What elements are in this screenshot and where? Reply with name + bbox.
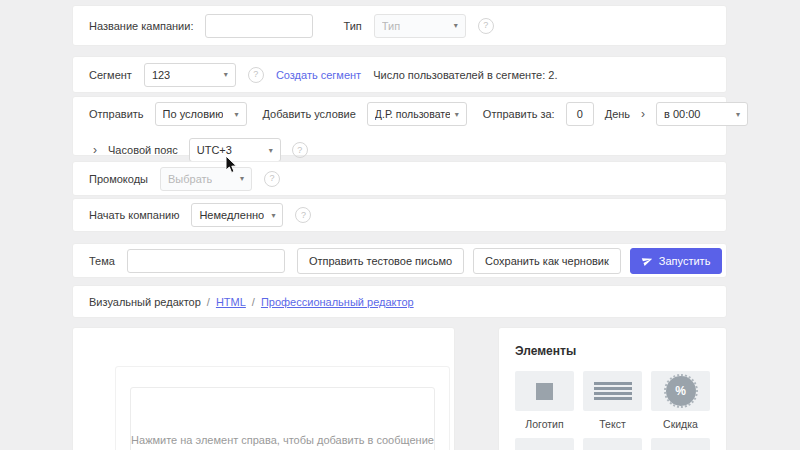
- tab-pro-editor[interactable]: Профессиональный редактор: [261, 296, 414, 308]
- text-tile: [583, 371, 642, 411]
- element-item-hidden[interactable]: [583, 438, 642, 450]
- day-label: День: [605, 108, 630, 120]
- message-body-frame[interactable]: Нажмите на элемент справа, чтобы добавит…: [130, 387, 435, 450]
- promocodes-select[interactable]: Выбрать ▾: [160, 167, 252, 191]
- help-icon[interactable]: ?: [248, 67, 264, 83]
- element-label: Скидка: [663, 418, 698, 430]
- elements-panel: Элементы Логотип Текст % Скидка: [498, 327, 727, 450]
- campaign-type-placeholder: Тип: [382, 20, 400, 32]
- tab-visual-editor[interactable]: Визуальный редактор: [89, 296, 201, 308]
- add-condition-label: Добавить условие: [263, 108, 356, 120]
- send-in-input[interactable]: [566, 102, 594, 126]
- chevron-down-icon: ▾: [271, 211, 275, 220]
- segment-label: Сегмент: [89, 69, 132, 81]
- schedule-row-timezone: › Часовой пояс UTC+3 ▾ ?: [89, 138, 710, 162]
- save-draft-button[interactable]: Сохранить как черновик: [473, 248, 621, 274]
- segment-select[interactable]: 123 ▾: [144, 63, 236, 87]
- schedule-card: Отправить По условию ▾ Добавить условие …: [72, 96, 727, 156]
- help-icon[interactable]: ?: [264, 171, 280, 187]
- chevron-right-icon[interactable]: ›: [641, 108, 645, 120]
- action-buttons: Отправить тестовое письмо Сохранить как …: [297, 248, 722, 274]
- chevron-down-icon: ▾: [224, 70, 228, 79]
- segment-count-text: Число пользователей в сегменте: 2.: [373, 69, 557, 81]
- segment-value: 123: [152, 69, 170, 81]
- chevron-down-icon: ▾: [269, 146, 273, 155]
- campaign-type-label: Тип: [343, 20, 361, 32]
- campaign-name-card: Название кампании: Тип Тип ▾ ?: [72, 5, 727, 46]
- chevron-down-icon: ▾: [240, 174, 244, 183]
- campaign-editor-screen: Название кампании: Тип Тип ▾ ? Сегмент 1…: [0, 0, 800, 450]
- start-campaign-value: Немедленно: [199, 209, 264, 221]
- schedule-row-condition: Отправить По условию ▾ Добавить условие …: [89, 102, 710, 126]
- campaign-type-select[interactable]: Тип ▾: [374, 14, 466, 38]
- help-icon[interactable]: ?: [295, 207, 311, 223]
- elements-panel-title: Элементы: [515, 344, 710, 358]
- element-item-hidden[interactable]: [651, 438, 710, 450]
- element-tile: [515, 438, 574, 450]
- subject-card: Тема Отправить тестовое письмо Сохранить…: [72, 243, 727, 278]
- start-campaign-select[interactable]: Немедленно ▾: [191, 203, 283, 227]
- empty-message-hint: Нажмите на элемент справа, чтобы добавит…: [131, 434, 434, 446]
- launch-button[interactable]: Запустить: [630, 248, 723, 274]
- editor-tabs-card: Визуальный редактор / HTML / Профессиона…: [72, 285, 727, 318]
- send-in-label: Отправить за:: [483, 108, 555, 120]
- send-label: Отправить: [89, 108, 144, 120]
- tab-separator: /: [207, 296, 210, 308]
- tab-separator: /: [252, 296, 255, 308]
- element-item-hidden[interactable]: [515, 438, 574, 450]
- discount-tile: %: [651, 371, 710, 411]
- help-icon[interactable]: ?: [292, 142, 308, 158]
- chevron-down-icon: ▾: [454, 21, 458, 30]
- timezone-select[interactable]: UTC+3 ▾: [189, 138, 281, 162]
- message-outer-frame: Нажмите на элемент справа, чтобы добавит…: [115, 366, 450, 450]
- campaign-name-label: Название кампании:: [89, 20, 193, 32]
- start-campaign-card: Начать компанию Немедленно ▾ ?: [72, 198, 727, 232]
- element-tile: [651, 438, 710, 450]
- elements-grid: Логотип Текст % Скидка: [515, 371, 710, 450]
- condition-value: Д.Р. пользователя: [375, 108, 450, 120]
- chevron-down-icon: ▾: [455, 110, 459, 119]
- chevron-right-icon[interactable]: ›: [93, 144, 97, 156]
- element-item-text[interactable]: Текст: [583, 371, 642, 430]
- start-campaign-label: Начать компанию: [89, 209, 179, 221]
- send-mode-select[interactable]: По условию ▾: [155, 102, 247, 126]
- condition-select[interactable]: Д.Р. пользователя ▾: [367, 102, 467, 126]
- timezone-value: UTC+3: [197, 144, 232, 156]
- tab-html[interactable]: HTML: [216, 296, 246, 308]
- promocodes-card: Промокоды Выбрать ▾ ?: [72, 161, 727, 196]
- element-label: Текст: [599, 418, 625, 430]
- send-time-value: в 00:00: [664, 108, 700, 120]
- text-lines-icon: [594, 382, 632, 400]
- message-preview-card: Нажмите на элемент справа, чтобы добавит…: [72, 327, 455, 450]
- campaign-name-input[interactable]: [205, 14, 313, 38]
- discount-percent-icon: %: [666, 376, 696, 406]
- send-mode-value: По условию: [163, 108, 224, 120]
- logo-square-icon: [536, 383, 553, 400]
- send-test-email-button[interactable]: Отправить тестовое письмо: [297, 248, 464, 274]
- send-time-select[interactable]: в 00:00 ▾: [656, 102, 748, 126]
- element-item-logo[interactable]: Логотип: [515, 371, 574, 430]
- promocodes-label: Промокоды: [89, 173, 148, 185]
- subject-label: Тема: [89, 255, 115, 267]
- send-icon: [642, 255, 653, 266]
- create-segment-link[interactable]: Создать сегмент: [276, 69, 361, 81]
- subject-input[interactable]: [127, 249, 285, 273]
- promocodes-placeholder: Выбрать: [168, 173, 212, 185]
- element-tile: [583, 438, 642, 450]
- element-label: Логотип: [525, 418, 563, 430]
- timezone-label: Часовой пояс: [108, 144, 178, 156]
- segment-card: Сегмент 123 ▾ ? Создать сегмент Число по…: [72, 56, 727, 93]
- element-item-discount[interactable]: % Скидка: [651, 371, 710, 430]
- chevron-down-icon: ▾: [235, 110, 239, 119]
- chevron-down-icon: ▾: [736, 110, 740, 119]
- launch-button-label: Запустить: [659, 255, 711, 267]
- logo-tile: [515, 371, 574, 411]
- help-icon[interactable]: ?: [478, 18, 494, 34]
